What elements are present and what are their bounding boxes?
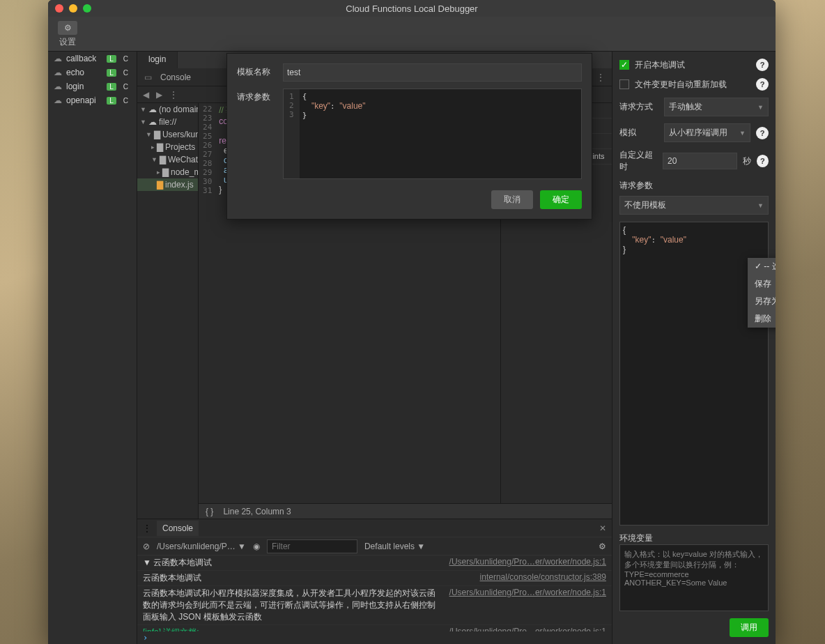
modal-json-editor[interactable]: 123 { "key": "value"} [283,89,582,179]
gear-icon[interactable]: ⚙ [599,542,606,551]
template-context-menu: -- 选择 -- 保存 另存为... 删除 [748,258,776,328]
timeout-input[interactable]: 20 [663,153,737,169]
tab-login[interactable]: login [137,52,178,68]
sidebar-item-echo[interactable]: ☁echoLC [48,66,137,79]
menu-save[interactable]: 保存 [748,275,776,293]
template-name-input[interactable] [283,63,582,82]
cloud-icon: ☁ [54,54,62,63]
nav-back-icon[interactable]: ◀ [143,90,149,100]
sidebar-item-openapi[interactable]: ☁openapiLC [48,93,137,107]
nav-fwd-icon[interactable]: ▶ [156,90,162,100]
more-icon[interactable]: ⋮ [169,90,178,100]
console-tab[interactable]: Console [157,521,199,536]
maximize-icon[interactable] [83,4,91,13]
minimize-icon[interactable] [69,4,77,13]
cancel-button[interactable]: 取消 [491,190,533,209]
cloud-icon: ☁ [54,95,62,105]
env-input[interactable]: 输入格式：以 key=value 对的格式输入，多个环境变量间以换行分隔，例： … [619,544,769,611]
window-title: Cloud Functions Local Debugger [346,3,477,14]
sim-select[interactable]: 从小程序端调用▼ [664,123,750,142]
enable-local-checkbox[interactable]: ✓ [619,60,629,70]
file-tree[interactable]: ▼☁(no domain) ▼☁file:// ▼▇Users/kunliden… [137,103,199,519]
more-icon[interactable]: ⋮ [143,523,151,533]
more-icon[interactable]: ⋮ [596,72,605,82]
right-panel: ✓ 开启本地调试 ? 文件变更时自动重新加载 ? 请求方式 手动触发▼ 模拟 从… [612,52,776,644]
gear-icon: ⚙ [58,21,77,35]
eye-icon[interactable]: ◉ [253,542,260,551]
help-icon[interactable]: ? [757,155,769,167]
titlebar: Cloud Functions Local Debugger [48,0,776,17]
status-bar: { } Line 25, Column 3 [199,503,612,519]
filter-input[interactable] [267,539,357,553]
levels-select[interactable]: Default levels ▼ [364,542,425,551]
help-icon[interactable]: ? [756,78,769,91]
template-modal: 模板名称 请求参数 123 { "key": "value"} 取消 确定 [226,53,592,220]
context-select[interactable]: /Users/kunlideng/P… ▼ [157,542,246,551]
sidebar-item-login[interactable]: ☁loginLC [48,79,137,93]
menu-delete[interactable]: 删除 [748,310,776,328]
request-method-select[interactable]: 手动触发▼ [664,98,769,116]
console-panel: ⋮ Console ✕ ⊘ /Users/kunlideng/P… ▼ ◉ De… [137,519,612,644]
app-window: Cloud Functions Local Debugger ⚙ 设置 ☁cal… [48,0,776,644]
console-prompt[interactable]: › [137,631,612,644]
help-icon[interactable]: ? [756,127,769,139]
menu-select[interactable]: -- 选择 -- [748,258,776,275]
menu-saveas[interactable]: 另存为... [748,293,776,310]
params-editor[interactable]: { "key": "value" } [619,222,769,526]
help-icon[interactable]: ? [756,59,769,71]
close-icon[interactable] [55,4,63,13]
settings-button[interactable]: ⚙ 设置 [54,20,82,49]
close-icon[interactable]: ✕ [599,523,606,533]
clear-icon[interactable]: ⊘ [143,542,150,551]
function-sidebar: ☁callbackLC ☁echoLC ☁loginLC ☁openapiLC [48,52,137,644]
cloud-icon: ☁ [54,68,62,77]
toolbar: ⚙ 设置 [48,17,776,52]
template-select[interactable]: 不使用模板▼ [619,196,769,215]
inspect-icon[interactable]: ▭ [144,72,152,82]
sidebar-item-callback[interactable]: ☁callbackLC [48,52,137,66]
console-link[interactable]: Console [160,72,191,82]
call-button[interactable]: 调用 [730,618,769,637]
ok-button[interactable]: 确定 [540,190,582,209]
cloud-icon: ☁ [54,82,62,91]
console-output[interactable]: ▼ 云函数本地调试/Users/kunlideng/Pro…er/worker/… [137,555,612,631]
auto-reload-checkbox[interactable] [619,79,629,89]
